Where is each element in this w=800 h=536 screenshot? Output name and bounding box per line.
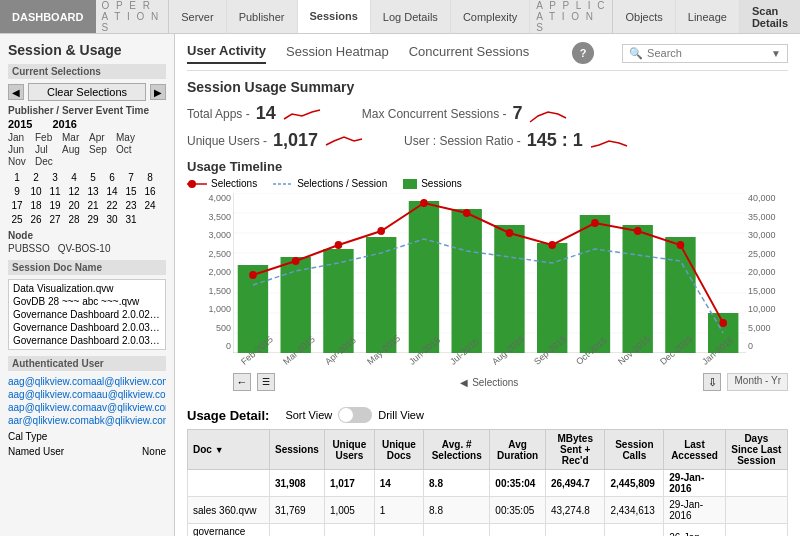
detail-header: Usage Detail: Sort View Drill View <box>187 407 788 423</box>
subtab-session-heatmap[interactable]: Session Heatmap <box>286 44 389 63</box>
tab-log-details[interactable]: Log Details <box>371 0 451 33</box>
user-left-3[interactable]: aar@qlikview.com <box>8 415 89 426</box>
year-2015[interactable]: 2015 <box>8 118 32 130</box>
col-unique-docs[interactable]: Unique Docs <box>374 430 423 470</box>
search-dropdown-arrow[interactable]: ▼ <box>771 48 781 59</box>
date-4[interactable]: 4 <box>65 171 83 184</box>
date-16[interactable]: 16 <box>141 185 159 198</box>
col-sessions[interactable]: Sessions <box>269 430 324 470</box>
subtab-user-activity[interactable]: User Activity <box>187 43 266 64</box>
user-left-0[interactable]: aag@qlikview.com <box>8 376 91 387</box>
tab-server[interactable]: Server <box>169 0 226 33</box>
tab-scan-details[interactable]: Scan Details <box>740 0 800 33</box>
subtab-concurrent-sessions[interactable]: Concurrent Sessions <box>409 44 530 63</box>
col-unique-users[interactable]: Unique Users <box>324 430 374 470</box>
usage-table: Doc ▼ Sessions Unique Users Unique Docs … <box>187 429 788 536</box>
user-right-0[interactable]: aal@qlikview.com <box>91 376 166 387</box>
cal-type-val[interactable]: Named User <box>8 446 64 457</box>
date-15[interactable]: 15 <box>122 185 140 198</box>
user-right-2[interactable]: aav@qlikview.com <box>91 402 166 413</box>
tab-lineage[interactable]: Lineage <box>676 0 740 33</box>
date-19[interactable]: 19 <box>46 199 64 212</box>
tab-sessions[interactable]: Sessions <box>298 0 371 33</box>
date-31[interactable]: 31 <box>122 213 140 226</box>
toggle-switch[interactable] <box>338 407 372 423</box>
tab-objects[interactable]: Objects <box>613 0 675 33</box>
user-left-1[interactable]: aag@qlikview.com <box>8 389 91 400</box>
user-left-2[interactable]: aap@qlikview.com <box>8 402 91 413</box>
date-28[interactable]: 28 <box>65 213 83 226</box>
date-8[interactable]: 8 <box>141 171 159 184</box>
doc-item-2[interactable]: Governance Dashboard 2.0.027.qvw <box>11 308 163 321</box>
node-pubsso[interactable]: PUBSSO <box>8 243 50 254</box>
month-apr[interactable]: Apr <box>89 132 115 143</box>
date-10[interactable]: 10 <box>27 185 45 198</box>
date-29[interactable]: 29 <box>84 213 102 226</box>
date-22[interactable]: 22 <box>103 199 121 212</box>
chart-settings-btn[interactable]: ☰ <box>257 373 275 391</box>
date-26[interactable]: 26 <box>27 213 45 226</box>
node-qvbos[interactable]: QV-BOS-10 <box>58 243 111 254</box>
date-9[interactable]: 9 <box>8 185 26 198</box>
date-20[interactable]: 20 <box>65 199 83 212</box>
chart-download-btn[interactable]: ⇩ <box>703 373 721 391</box>
date-3[interactable]: 3 <box>46 171 64 184</box>
dashboard-button[interactable]: DASHBOARD <box>0 0 96 33</box>
tab-complexity[interactable]: Complexity <box>451 0 530 33</box>
month-jan[interactable]: Jan <box>8 132 34 143</box>
date-18[interactable]: 18 <box>27 199 45 212</box>
date-13[interactable]: 13 <box>84 185 102 198</box>
clear-selections-btn[interactable]: Clear Selections <box>28 83 146 101</box>
date-7[interactable]: 7 <box>122 171 140 184</box>
date-12[interactable]: 12 <box>65 185 83 198</box>
date-24[interactable]: 24 <box>141 199 159 212</box>
doc-item-1[interactable]: GovDB 28 ~~~ abc ~~~.qvw <box>11 295 163 308</box>
doc-item-0[interactable]: Data Visualization.qvw <box>11 282 163 295</box>
help-button[interactable]: ? <box>572 42 594 64</box>
doc-item-3[interactable]: Governance Dashboard 2.0.030 for Qli... <box>11 321 163 334</box>
month-jun[interactable]: Jun <box>8 144 34 155</box>
cal-type-none[interactable]: None <box>142 446 166 457</box>
user-right-3[interactable]: abk@qlikview.com <box>89 415 166 426</box>
date-25[interactable]: 25 <box>8 213 26 226</box>
month-dec[interactable]: Dec <box>35 156 61 167</box>
date-30[interactable]: 30 <box>103 213 121 226</box>
chart-back-btn[interactable]: ← <box>233 373 251 391</box>
month-aug[interactable]: Aug <box>62 144 88 155</box>
main-layout: Session & Usage Current Selections ◀ Cle… <box>0 34 800 536</box>
date-11[interactable]: 11 <box>46 185 64 198</box>
tab-publisher[interactable]: Publisher <box>227 0 298 33</box>
next-arrow[interactable]: ▶ <box>150 84 166 100</box>
col-last-accessed[interactable]: Last Accessed <box>664 430 725 470</box>
user-right-1[interactable]: aau@qlikview.com <box>91 389 166 400</box>
month-jul[interactable]: Jul <box>35 144 61 155</box>
col-doc[interactable]: Doc ▼ <box>188 430 270 470</box>
date-5[interactable]: 5 <box>84 171 102 184</box>
date-27[interactable]: 27 <box>46 213 64 226</box>
month-mar[interactable]: Mar <box>62 132 88 143</box>
date-21[interactable]: 21 <box>84 199 102 212</box>
month-feb[interactable]: Feb <box>35 132 61 143</box>
date-6[interactable]: 6 <box>103 171 121 184</box>
search-input[interactable] <box>647 47 767 59</box>
date-1[interactable]: 1 <box>8 171 26 184</box>
date-17[interactable]: 17 <box>8 199 26 212</box>
col-mbytes[interactable]: MBytes Sent + Rec'd <box>545 430 605 470</box>
date-23[interactable]: 23 <box>122 199 140 212</box>
month-yr-btn[interactable]: Month - Yr <box>727 373 788 391</box>
month-may[interactable]: May <box>116 132 142 143</box>
col-session-calls[interactable]: Session Calls <box>605 430 664 470</box>
summary-row1: Total Apps - 14 Max Concurrent Sessions … <box>187 103 788 124</box>
date-14[interactable]: 14 <box>103 185 121 198</box>
month-oct[interactable]: Oct <box>116 144 142 155</box>
col-avg-sel[interactable]: Avg. # Selections <box>424 430 490 470</box>
month-nov[interactable]: Nov <box>8 156 34 167</box>
date-2[interactable]: 2 <box>27 171 45 184</box>
month-sep[interactable]: Sep <box>89 144 115 155</box>
col-avg-dur[interactable]: Avg Duration <box>490 430 546 470</box>
col-days-since[interactable]: Days Since Last Session <box>725 430 787 470</box>
prev-arrow[interactable]: ◀ <box>8 84 24 100</box>
year-2016[interactable]: 2016 <box>52 118 76 130</box>
svg-point-30 <box>420 199 428 207</box>
doc-item-4[interactable]: Governance Dashboard 2.0.032.qvw <box>11 334 163 347</box>
